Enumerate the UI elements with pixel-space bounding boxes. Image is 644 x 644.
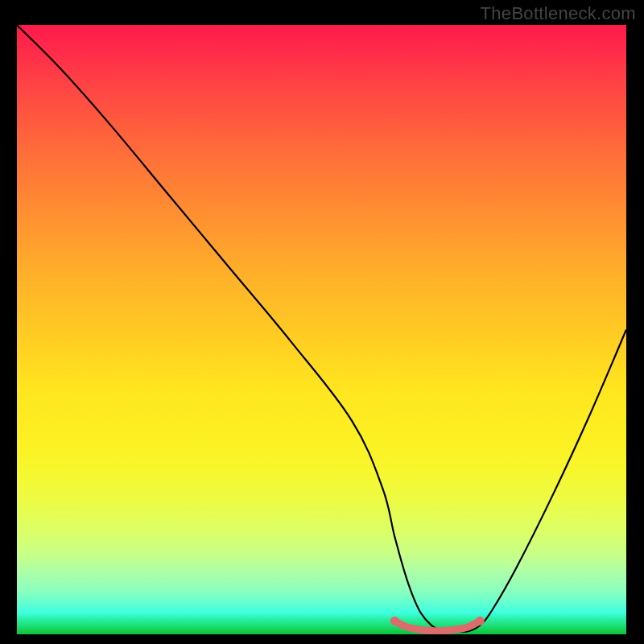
optimal-range-marker (394, 621, 480, 630)
chart-container: TheBottleneck.com (0, 0, 644, 644)
plot-area (17, 25, 626, 634)
marker-endpoint-right (476, 617, 485, 625)
bottleneck-curve (17, 25, 626, 632)
curve-layer (17, 25, 626, 634)
attribution-text: TheBottleneck.com (481, 3, 636, 24)
marker-endpoint-left (390, 617, 399, 625)
